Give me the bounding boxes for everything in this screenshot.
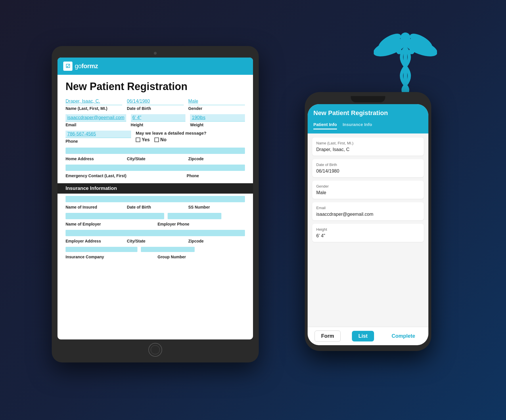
goformz-logo-icon: ☑ bbox=[63, 62, 72, 71]
phone-screen: New Patient Registration Patient Info In… bbox=[308, 104, 428, 345]
tablet-device: ☑ goformz New Patient Registration Drape… bbox=[52, 46, 259, 362]
dob-label: Date of Birth bbox=[127, 106, 183, 111]
phone-field-dob[interactable]: Date of Birth 06/14/1980 bbox=[312, 159, 424, 177]
phone-field-height[interactable]: Height 6' 4" bbox=[312, 224, 424, 242]
field-name: Draper, Isaac, C. Name (Last, First, MI.… bbox=[66, 98, 122, 114]
height-label: Height bbox=[131, 123, 186, 127]
field-ins-dob: Date of Birth bbox=[127, 204, 183, 212]
row-employer-address-labels: Employer Address City/State Zipcode bbox=[66, 238, 245, 246]
employer-fill bbox=[66, 230, 245, 236]
field-home-address: Home Address bbox=[66, 156, 122, 164]
phone-field-height-value: 6' 4" bbox=[316, 233, 420, 238]
scene: ☑ goformz New Patient Registration Drape… bbox=[52, 23, 454, 397]
svg-point-7 bbox=[409, 49, 415, 54]
form-button[interactable]: Form bbox=[315, 331, 341, 342]
phone-field-name-value: Draper, Isaac, C bbox=[316, 147, 420, 152]
field-zipcode: Zipcode bbox=[188, 156, 245, 164]
phone-field-name[interactable]: Name (Last, First, MI.) Draper, Isaac, C bbox=[312, 138, 424, 156]
insured-fill-row bbox=[66, 213, 245, 219]
field-name-insured: Name of Insured bbox=[66, 204, 122, 212]
no-label: No bbox=[160, 137, 166, 142]
phone-field-dob-value: 06/14/1980 bbox=[316, 169, 420, 174]
phone-field-email[interactable]: Email isaaccdraper@geemail.com bbox=[312, 202, 424, 220]
row-email-height-weight: isaaccdraper@geemail.com Email 6' 4" Hei… bbox=[66, 114, 245, 130]
tablet-home-button-inner bbox=[151, 345, 160, 354]
email-value: isaaccdraper@geemail.com bbox=[66, 114, 126, 122]
row-employer-labels: Name of Employer Employer Phone bbox=[66, 221, 245, 229]
message-label: May we leave a detailed message? bbox=[136, 131, 245, 135]
tablet-screen: ☑ goformz New Patient Registration Drape… bbox=[57, 58, 253, 339]
checkbox-yes[interactable]: Yes bbox=[136, 137, 150, 142]
phone-form-fields: Name (Last, First, MI.) Draper, Isaac, C… bbox=[308, 133, 428, 327]
field-emergency-phone: Phone bbox=[187, 173, 245, 181]
row-emergency-labels: Emergency Contact (Last, First) Phone bbox=[66, 173, 245, 181]
insurance-header: Insurance Information bbox=[57, 183, 253, 194]
field-group-number: Group Number bbox=[158, 254, 245, 262]
employer-city-state-label: City/State bbox=[127, 239, 183, 243]
form-title: New Patient Registration bbox=[66, 81, 245, 93]
employer-name-label: Name of Employer bbox=[66, 222, 153, 226]
phone-field-name-label: Name (Last, First, MI.) bbox=[316, 141, 420, 145]
gender-label: Gender bbox=[188, 106, 245, 111]
goformz-header: ☑ goformz bbox=[57, 58, 253, 75]
employer-phone-label: Employer Phone bbox=[158, 222, 245, 226]
checkbox-no-box[interactable] bbox=[154, 138, 159, 142]
weight-value: 190lbs bbox=[190, 114, 245, 122]
tablet-form-content: New Patient Registration Draper, Isaac, … bbox=[57, 75, 253, 339]
field-employer-city-state: City/State bbox=[127, 238, 183, 246]
phone-field-dob-label: Date of Birth bbox=[316, 163, 420, 167]
phone-field-gender-value: Male bbox=[316, 190, 420, 195]
field-employer-phone: Employer Phone bbox=[158, 221, 245, 229]
city-state-label: City/State bbox=[127, 156, 183, 161]
dob-value: 06/14/1980 bbox=[127, 98, 183, 105]
complete-button[interactable]: Complete bbox=[385, 331, 421, 341]
insured-name-fill bbox=[66, 213, 164, 219]
field-weight: 190lbs Weight bbox=[190, 114, 245, 130]
row-phone-message: 786-567-4565 Phone May we leave a detail… bbox=[66, 131, 245, 146]
row-insured-labels: Name of Insured Date of Birth SS Number bbox=[66, 204, 245, 212]
svg-point-5 bbox=[400, 33, 411, 43]
field-employer-name: Name of Employer bbox=[66, 221, 153, 229]
emergency-contact-label: Emergency Contact (Last, First) bbox=[66, 173, 182, 178]
phone-field-email-label: Email bbox=[316, 206, 420, 210]
tablet-camera bbox=[154, 52, 157, 55]
phone-field-gender[interactable]: Gender Male bbox=[312, 181, 424, 199]
emergency-phone-label: Phone bbox=[187, 173, 245, 178]
field-dob: 06/14/1980 Date of Birth bbox=[127, 98, 183, 114]
goformz-logo-text: goformz bbox=[75, 62, 98, 70]
field-phone: 786-567-4565 Phone bbox=[66, 131, 131, 146]
field-insurance-company: Insurance Company bbox=[66, 254, 153, 262]
phone-tabs: Patient Info Insurance Info bbox=[313, 120, 423, 129]
checkbox-no[interactable]: No bbox=[154, 137, 166, 142]
phone-form-title: New Patient Registration bbox=[313, 109, 423, 117]
yes-label: Yes bbox=[142, 137, 150, 142]
tab-insurance-info[interactable]: Insurance Info bbox=[343, 120, 372, 129]
phone-label: Phone bbox=[66, 139, 131, 144]
emergency-fill bbox=[66, 165, 245, 171]
ins-dob-label: Date of Birth bbox=[127, 205, 183, 209]
phone-field-email-value: isaaccdraper@geemail.com bbox=[316, 212, 420, 217]
logo-go: go bbox=[75, 62, 81, 70]
field-employer-address: Employer Address bbox=[66, 238, 122, 246]
tab-patient-info[interactable]: Patient Info bbox=[313, 120, 337, 129]
row-address-labels: Home Address City/State Zipcode bbox=[66, 156, 245, 164]
emp-addr-fill bbox=[66, 247, 137, 252]
phone-field-gender-label: Gender bbox=[316, 184, 420, 188]
insurance-company-label: Insurance Company bbox=[66, 255, 153, 259]
zipcode-label: Zipcode bbox=[188, 156, 245, 161]
phone-device: New Patient Registration Patient Info In… bbox=[305, 92, 431, 351]
field-message: May we leave a detailed message? Yes No bbox=[136, 131, 245, 142]
field-email: isaaccdraper@geemail.com Email bbox=[66, 114, 126, 130]
checkbox-yes-box[interactable] bbox=[136, 138, 140, 142]
list-button[interactable]: List bbox=[352, 331, 374, 341]
home-address-fill bbox=[66, 148, 245, 154]
field-city-state: City/State bbox=[127, 156, 183, 164]
email-label: Email bbox=[66, 123, 126, 127]
insurance-fill1 bbox=[66, 196, 245, 202]
phone-header: New Patient Registration Patient Info In… bbox=[308, 104, 428, 133]
field-height: 6' 4" Height bbox=[131, 114, 186, 130]
field-gender: Male Gender bbox=[188, 98, 245, 114]
group-number-label: Group Number bbox=[158, 255, 245, 259]
tablet-home-button[interactable] bbox=[148, 343, 162, 357]
emp-city-fill bbox=[141, 247, 195, 252]
